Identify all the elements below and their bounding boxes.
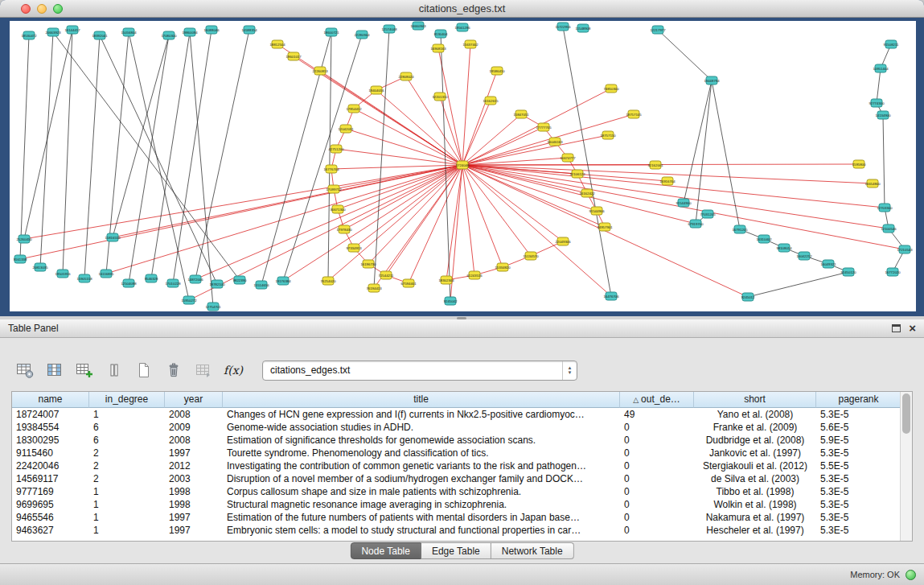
column-header-pagerank[interactable]: pagerank	[816, 392, 901, 408]
network-node[interactable]: 19176384	[275, 277, 291, 285]
network-node[interactable]: 74850300	[603, 84, 619, 93]
network-node[interactable]: 17777705	[536, 123, 552, 131]
table-row[interactable]: 911546021997Tourette syndrome. Phenomeno…	[12, 447, 901, 459]
network-node[interactable]: 67594401	[400, 279, 417, 287]
network-node[interactable]: 61243516	[466, 271, 483, 279]
network-node[interactable]: 12042031	[338, 125, 354, 133]
network-node[interactable]: 19860094	[182, 28, 198, 36]
column-header-in_degree[interactable]: in_degree	[89, 392, 165, 408]
select-columns-button[interactable]	[43, 359, 67, 381]
network-node[interactable]: 76194413	[366, 284, 382, 292]
network-node[interactable]: 8130404	[434, 30, 448, 38]
close-panel-icon[interactable]: ×	[909, 323, 916, 333]
table-row[interactable]: 1456911722003Disruption of a novel membe…	[12, 472, 901, 485]
network-node[interactable]: 19586410	[489, 67, 505, 75]
table-row[interactable]: 946554611997Estimation of the future num…	[12, 511, 901, 524]
network-node[interactable]: 16310402	[756, 235, 772, 243]
network-node[interactable]: 15637402	[462, 40, 478, 48]
network-node[interactable]: 15334820	[495, 263, 511, 271]
network-node[interactable]: 72544211	[379, 271, 394, 279]
network-node[interactable]: 16046163	[547, 138, 563, 146]
function-builder-button[interactable]: f(x)	[221, 359, 245, 381]
network-node[interactable]: 22280944	[354, 31, 370, 39]
network-node[interactable]: 30671300	[330, 205, 346, 213]
network-node[interactable]: 92774300	[869, 99, 885, 107]
network-node[interactable]: 67919700	[688, 220, 704, 228]
table-mode-button[interactable]	[102, 359, 126, 381]
network-node[interactable]: 12100546	[881, 225, 897, 233]
network-node[interactable]: 17978430	[336, 225, 352, 233]
network-node[interactable]: 15722956	[555, 23, 571, 31]
table-row[interactable]: 969969511998Structural magnetic resonanc…	[12, 498, 901, 511]
network-node[interactable]: 16088046	[203, 26, 220, 34]
network-node[interactable]: 16162615	[483, 97, 499, 105]
network-node[interactable]: 16772020	[885, 268, 901, 276]
network-node[interactable]: 19561296	[454, 23, 470, 31]
network-node[interactable]: 9822390	[233, 276, 247, 284]
network-node[interactable]: 16049321	[820, 260, 836, 268]
network-node[interactable]: 25260450	[16, 235, 32, 243]
network-node[interactable]: 16042212	[796, 252, 812, 260]
network-node[interactable]: 18812504	[269, 40, 285, 48]
network-node[interactable]: 32106122	[569, 170, 585, 178]
table-row[interactable]: 946362711997Embryonic stem cells: a mode…	[12, 524, 901, 537]
column-header-year[interactable]: year	[165, 392, 223, 408]
network-node[interactable]: 97334913	[346, 244, 362, 252]
network-node[interactable]: 16162422	[579, 189, 595, 197]
network-node[interactable]: 15056804	[121, 28, 137, 36]
network-node[interactable]: 9546328	[145, 274, 158, 282]
network-node[interactable]: 17210543	[897, 245, 913, 253]
network-node[interactable]: 16776704	[323, 165, 339, 173]
table-row[interactable]: 1938455462009Genome-wide association stu…	[12, 421, 901, 434]
network-node[interactable]: 14134900	[875, 111, 891, 119]
table-selector-dropdown[interactable]: citations_edges.txt ▲▼	[262, 360, 577, 381]
network-node[interactable]: 15950272	[181, 296, 197, 304]
network-node[interactable]: 22808024	[398, 72, 414, 80]
network-node[interactable]: 12754701	[205, 303, 221, 311]
network-node[interactable]: 15905158	[76, 274, 92, 282]
network-node[interactable]: 15134570	[523, 252, 539, 260]
network-node[interactable]: 91508211	[884, 40, 899, 48]
tab-node-table[interactable]: Node Table	[350, 542, 421, 559]
network-node[interactable]: 15847051	[513, 110, 529, 118]
tab-edge-table[interactable]: Edge Table	[421, 542, 491, 559]
network-node[interactable]: 10588354	[241, 26, 257, 34]
network-node[interactable]: 91544900	[676, 199, 692, 207]
network-node[interactable]: 18530472	[21, 31, 37, 39]
network-node[interactable]: 14957901	[597, 223, 613, 231]
manage-table-settings-button[interactable]	[13, 359, 37, 381]
network-view-canvas[interactable]: 1853047220663923161444171839204115056804…	[10, 21, 916, 311]
column-header-short[interactable]: short	[694, 392, 816, 408]
network-node[interactable]: 22049306	[555, 237, 571, 245]
network-node[interactable]: 18757105	[626, 110, 642, 118]
network-node[interactable]: 16116835	[99, 270, 114, 278]
network-node[interactable]: 15816556	[105, 233, 121, 241]
network-node[interactable]: 18782100	[209, 280, 225, 288]
minimize-window-button[interactable]	[37, 4, 47, 14]
network-node[interactable]: 17010228	[165, 279, 181, 287]
network-node[interactable]: 12217977	[650, 26, 666, 34]
zoom-window-button[interactable]	[53, 4, 63, 14]
window-titlebar[interactable]: citations_edges.txt	[0, 0, 924, 18]
network-node[interactable]: 14872006	[187, 275, 203, 283]
delete-column-button[interactable]	[162, 359, 186, 381]
network-node[interactable]: 9245012	[741, 293, 755, 301]
network-node[interactable]: 17854412	[346, 105, 362, 113]
network-node[interactable]: 12703300	[877, 204, 893, 212]
network-node[interactable]: 32201310	[432, 93, 448, 101]
network-node[interactable]: 19404056	[368, 86, 384, 94]
edit-table-button[interactable]	[72, 359, 97, 381]
network-node[interactable]: 98108014	[776, 244, 792, 252]
scrollbar-thumb[interactable]	[902, 393, 910, 434]
new-column-button[interactable]	[132, 359, 156, 381]
network-node[interactable]: 42751200	[328, 145, 344, 153]
network-node[interactable]: 16476706	[603, 292, 619, 300]
network-node[interactable]: 16791205	[732, 225, 748, 233]
column-header-title[interactable]: title	[223, 392, 620, 408]
table-row[interactable]: 1872400712008Changes of HCN gene express…	[12, 408, 901, 421]
table-scrollbar[interactable]	[900, 392, 912, 541]
close-window-button[interactable]	[21, 4, 31, 14]
column-header-out_de[interactable]: △out_de…	[620, 392, 694, 408]
table-row[interactable]: 2242004622012Investigating the contribut…	[12, 459, 901, 472]
network-node[interactable]: 1595800	[852, 160, 866, 168]
